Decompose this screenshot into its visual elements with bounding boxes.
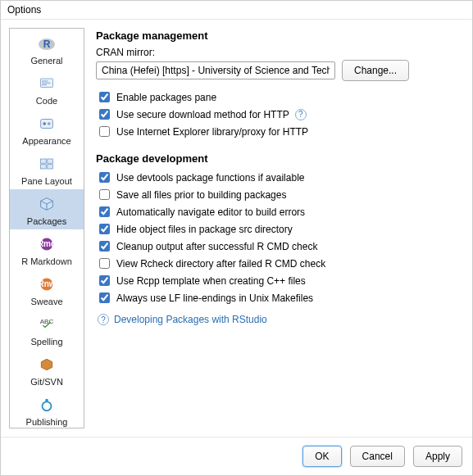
sidebar-item-label: Packages [27,216,66,226]
checkbox-input[interactable] [99,224,110,234]
sidebar-item-label: Appearance [22,136,70,146]
checkbox-label: Cleanup output after successful R CMD ch… [116,241,317,252]
checkbox-label: Automatically navigate editor to build e… [116,206,305,218]
svg-text:Rmd: Rmd [39,239,55,248]
checkbox-input[interactable] [99,258,110,269]
svg-rect-11 [41,165,47,169]
section-package-management: Package management [96,29,464,42]
dialog-title: Options [1,1,472,20]
sidebar-item-rmarkdown[interactable]: Rmd R Markdown [10,229,84,270]
save-all-checkbox[interactable]: Save all files prior to building package… [96,187,464,202]
sidebar-item-pane-layout[interactable]: Pane Layout [10,149,84,189]
cleanup-checkbox[interactable]: Cleanup output after successful R CMD ch… [96,238,464,254]
svg-rect-6 [41,120,53,129]
sidebar-item-label: Sweave [30,297,62,306]
apply-button[interactable]: Apply [413,446,462,467]
sidebar-item-sweave[interactable]: Rnw Sweave [10,270,84,310]
checkbox-label: Use Rcpp template when creating C++ file… [116,275,306,287]
checkbox-input[interactable] [99,109,110,120]
code-icon [37,74,57,93]
sidebar-item-label: Code [36,96,57,106]
dialog-body: R General Code Appearance Pane Layout Pa… [1,20,472,437]
sidebar-item-label: General [30,56,62,66]
checkbox-input[interactable] [99,241,110,252]
sidebar-item-spelling[interactable]: ABC Spelling [10,310,84,350]
checkbox-label: Use devtools package functions if availa… [116,172,304,184]
secure-http-checkbox[interactable]: Use secure download method for HTTP ? [96,107,464,122]
checkbox-input[interactable] [99,172,110,183]
publish-icon [37,395,57,415]
cancel-button[interactable]: Cancel [350,446,405,467]
section-package-development: Package development [96,152,464,165]
git-icon [37,355,57,374]
dialog-footer: OK Cancel Apply [1,437,472,475]
settings-panel: Package management CRAN mirror: Change..… [96,28,464,428]
checkbox-label: View Rcheck directory after failed R CMD… [116,258,325,270]
sweave-icon: Rnw [37,274,57,294]
svg-rect-12 [48,165,53,169]
sidebar-item-appearance[interactable]: Appearance [10,109,84,149]
sidebar-item-general[interactable]: R General [10,29,84,69]
help-icon[interactable]: ? [98,314,109,325]
checkbox-input[interactable] [99,92,110,102]
category-sidebar: R General Code Appearance Pane Layout Pa… [9,28,84,428]
ok-button[interactable]: OK [302,446,341,467]
sidebar-item-label: Spelling [30,337,62,347]
sidebar-item-git-svn[interactable]: Git/SVN [10,350,84,390]
checkbox-input[interactable] [99,292,110,303]
enable-packages-pane-checkbox[interactable]: Enable packages pane [96,89,464,105]
svg-text:R: R [43,39,51,50]
options-dialog: Options R General Code Appearance Pane L… [0,0,473,476]
view-rcheck-checkbox[interactable]: View Rcheck directory after failed R CMD… [96,256,464,271]
svg-text:Rnw: Rnw [39,279,55,288]
lf-endings-checkbox[interactable]: Always use LF line-endings in Unix Makef… [96,290,464,306]
svg-point-19 [45,399,48,402]
checkbox-label: Always use LF line-endings in Unix Makef… [116,292,313,304]
rcpp-checkbox[interactable]: Use Rcpp template when creating C++ file… [96,273,464,288]
svg-point-18 [43,401,52,410]
layout-icon [37,154,57,174]
checkbox-input[interactable] [99,275,110,286]
rmarkdown-icon: Rmd [37,234,57,254]
cran-mirror-label: CRAN mirror: [96,47,464,58]
sidebar-item-label: Pane Layout [21,176,72,186]
r-logo-icon: R [37,34,57,53]
change-mirror-button[interactable]: Change... [342,60,409,81]
sidebar-item-label: R Markdown [21,256,72,266]
palette-icon [37,114,57,134]
devtools-checkbox[interactable]: Use devtools package functions if availa… [96,170,464,185]
checkbox-label: Enable packages pane [116,92,216,103]
svg-point-7 [43,122,46,125]
sidebar-item-packages[interactable]: Packages [10,189,84,229]
sidebar-item-label: Publishing [26,417,68,427]
checkbox-input[interactable] [99,206,110,217]
svg-text:ABC: ABC [40,318,54,325]
help-icon[interactable]: ? [295,109,307,120]
checkbox-label: Use secure download method for HTTP [116,109,289,120]
checkbox-input[interactable] [99,189,110,200]
package-icon [37,194,57,214]
sidebar-item-label: Git/SVN [30,377,63,387]
svg-rect-9 [41,159,47,163]
svg-point-8 [48,122,51,125]
checkbox-label: Use Internet Explorer library/proxy for … [116,126,308,138]
checkbox-label: Save all files prior to building package… [116,189,286,201]
checkbox-input[interactable] [99,126,110,137]
sidebar-item-code[interactable]: Code [10,69,84,109]
checkbox-label: Hide object files in package src directo… [116,224,293,235]
developing-packages-link[interactable]: Developing Packages with RStudio [114,314,267,325]
svg-rect-10 [48,159,53,163]
hide-obj-checkbox[interactable]: Hide object files in package src directo… [96,221,464,237]
cran-mirror-input[interactable] [96,61,335,79]
ie-proxy-checkbox[interactable]: Use Internet Explorer library/proxy for … [96,124,464,139]
auto-nav-checkbox[interactable]: Automatically navigate editor to build e… [96,204,464,220]
sidebar-item-publishing[interactable]: Publishing [10,390,84,428]
spelling-icon: ABC [37,315,57,334]
